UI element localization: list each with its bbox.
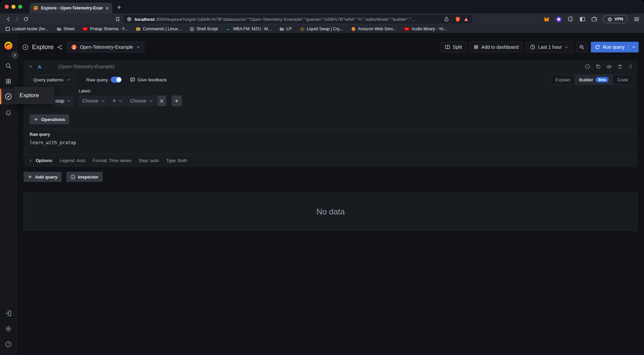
back-button[interactable] xyxy=(4,15,13,24)
mode-explain-label: Explain xyxy=(556,77,570,82)
browser-tab[interactable]: Explore - Open-Telemetry-Exam ✕ xyxy=(30,3,112,13)
grafana-logo-icon[interactable] xyxy=(4,41,13,50)
sidebar-flyout-explore[interactable]: Explore xyxy=(14,87,55,104)
options-expander[interactable]: Options xyxy=(28,158,52,163)
bookmark-item[interactable]: LP xyxy=(279,27,291,32)
label-value-placeholder: Choose xyxy=(130,98,146,104)
metamask-icon[interactable] xyxy=(543,16,550,23)
share-icon[interactable] xyxy=(57,44,63,50)
run-query-button[interactable]: Run query xyxy=(591,42,639,52)
page-title: Explore xyxy=(32,43,53,51)
sidebar-bottom-group: ? xyxy=(0,310,17,348)
drag-handle-icon[interactable] xyxy=(628,64,633,69)
menu-hamburger-icon[interactable] xyxy=(633,16,640,23)
mode-builder-label: Builder xyxy=(579,77,593,82)
no-data-message: No data xyxy=(316,207,345,216)
url-text: localhost:3000/explore?orgId=1&left=%7B"… xyxy=(135,17,441,22)
label-value-select[interactable]: Choose xyxy=(127,95,156,106)
sidebar-item-dashboards[interactable] xyxy=(0,78,17,85)
label-name-placeholder: Choose xyxy=(82,98,98,104)
chevron-down-icon xyxy=(101,99,105,103)
new-tab-button[interactable]: + xyxy=(117,4,121,11)
extensions-puzzle-icon[interactable] xyxy=(568,16,574,22)
option-type: Type: Both xyxy=(166,158,187,163)
add-query-button[interactable]: Add query xyxy=(24,172,62,182)
bookmark-flag-icon[interactable] xyxy=(115,16,120,22)
sidebar-item-sign-in[interactable] xyxy=(0,310,17,317)
titlebar: Explore - Open-Telemetry-Exam ✕ + xyxy=(0,0,644,13)
label-name-select[interactable]: Choose xyxy=(79,95,109,106)
labels-caption: Labels xyxy=(79,89,182,95)
inspector-button[interactable]: Inspector xyxy=(66,172,103,182)
terminal-badge-icon: >_ xyxy=(136,27,141,32)
bookmark-item[interactable]: Audio library - Yo... xyxy=(404,26,447,32)
remove-label-filter-button[interactable] xyxy=(157,95,166,106)
raw-query-toggle[interactable] xyxy=(111,77,122,83)
comment-icon xyxy=(130,77,135,82)
mode-builder[interactable]: Builder Beta xyxy=(575,75,613,84)
share-page-icon[interactable] xyxy=(444,16,449,22)
datasource-picker[interactable]: Open-Telemetry-Example xyxy=(67,42,144,52)
raw-query-value: learn_with_pratap xyxy=(30,140,638,145)
extension-cluster: VPN xyxy=(543,15,640,23)
collapse-chevron-icon[interactable] xyxy=(28,64,33,69)
plus-icon xyxy=(34,117,38,122)
run-query-main[interactable]: Run query xyxy=(591,44,629,50)
sidebar-expand-button[interactable] xyxy=(11,51,19,59)
brave-shield-icon[interactable] xyxy=(455,16,461,22)
sidebar-item-configuration[interactable] xyxy=(0,325,17,332)
bell-icon xyxy=(5,110,12,116)
bookmark-label: Amazon Web Serv... xyxy=(358,27,396,31)
sidebar-item-help[interactable]: ? xyxy=(0,341,17,348)
duplicate-query-icon[interactable] xyxy=(596,64,601,69)
run-query-dropdown[interactable] xyxy=(629,44,639,50)
sidebar-item-search[interactable] xyxy=(0,63,17,69)
mode-explain[interactable]: Explain xyxy=(551,75,575,84)
vpn-button[interactable]: VPN xyxy=(603,15,628,23)
bookmark-item[interactable]: Pratap Sharma - Y... xyxy=(82,26,128,32)
close-window-button[interactable] xyxy=(5,5,9,9)
chevron-down-icon xyxy=(66,99,71,103)
add-to-dashboard-button[interactable]: Add to dashboard xyxy=(469,42,523,52)
phantom-wallet-icon[interactable] xyxy=(556,16,562,23)
bookmark-item[interactable]: Shell Script xyxy=(189,27,218,32)
mode-code[interactable]: Code xyxy=(613,75,633,84)
zoom-window-button[interactable] xyxy=(18,5,22,9)
query-patterns-button[interactable]: Query patterns xyxy=(30,75,75,84)
svg-text:Qu: Qu xyxy=(227,28,230,30)
time-range-picker[interactable]: Last 1 hour xyxy=(526,42,573,52)
split-button[interactable]: Split xyxy=(441,42,466,52)
minimize-window-button[interactable] xyxy=(11,5,15,9)
bookmark-item[interactable]: Amazon Web Serv... xyxy=(351,27,396,32)
query-row-header[interactable]: A (Open-Telemetry-Example) ? xyxy=(24,61,638,73)
urlbar-divider xyxy=(452,16,452,22)
url-bar[interactable]: localhost:3000/explore?orgId=1&left=%7B"… xyxy=(123,15,472,24)
query-row-actions: ? xyxy=(585,64,633,70)
wallet-icon[interactable] xyxy=(591,16,597,22)
sidebar-item-alerting[interactable] xyxy=(0,110,17,116)
bookmark-item[interactable]: Sheet xyxy=(57,27,75,32)
label-operator-value: = xyxy=(113,98,115,104)
compass-icon xyxy=(5,93,12,100)
chevron-down-icon xyxy=(149,99,153,103)
label-operator-select[interactable]: = xyxy=(109,95,126,106)
bookmark-item[interactable]: Liquid Swap | Cry... xyxy=(300,27,343,32)
inspector-label: Inspector xyxy=(78,174,99,180)
bookmark-item[interactable]: Qu MBA FM: MZU : M... xyxy=(226,26,271,32)
forward-button[interactable] xyxy=(13,15,22,24)
add-operations-button[interactable]: Operations xyxy=(30,114,69,124)
bookmark-item[interactable]: >_ Commands | Linux... xyxy=(136,27,181,32)
toggle-visibility-eye-icon[interactable] xyxy=(606,64,612,70)
sidebar-toggle-icon[interactable] xyxy=(579,16,585,22)
give-feedback-link[interactable]: Give feedback xyxy=(130,77,167,82)
query-help-icon[interactable]: ? xyxy=(585,64,590,69)
time-zoom-out-button[interactable] xyxy=(576,42,587,52)
reload-button[interactable] xyxy=(22,15,30,24)
delete-query-trash-icon[interactable] xyxy=(617,64,623,69)
bookmark-item[interactable]: Lodash tester (for... xyxy=(5,27,48,31)
tab-close-icon[interactable]: ✕ xyxy=(105,6,109,11)
site-info-icon[interactable] xyxy=(127,16,132,22)
add-label-filter-button[interactable] xyxy=(172,95,182,106)
chevron-down-icon xyxy=(632,45,636,49)
brave-rewards-icon[interactable] xyxy=(463,16,469,22)
